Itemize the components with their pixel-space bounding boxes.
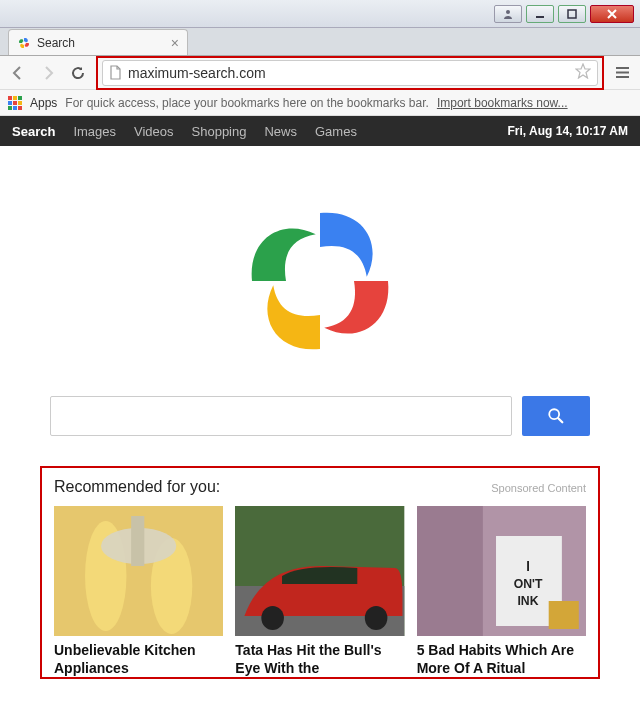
page-nav-bar: Search Images Videos Shopping News Games… [0,116,640,146]
svg-rect-5 [13,96,17,100]
svg-rect-19 [131,516,144,566]
bookmarks-hint: For quick access, place your bookmarks h… [65,96,429,110]
browser-toolbar [0,56,640,90]
svg-rect-2 [568,10,576,18]
url-input[interactable] [128,65,591,81]
svg-rect-6 [18,96,22,100]
sponsored-card[interactable]: Unbelievable Kitchen Appliances [54,506,223,677]
sponsored-label: Sponsored Content [491,482,586,494]
page-icon [109,65,122,80]
star-icon [575,63,591,79]
tab-favicon-icon [17,36,31,50]
search-button[interactable] [522,396,590,436]
svg-rect-4 [8,96,12,100]
svg-rect-8 [13,101,17,105]
svg-point-0 [506,10,510,14]
sponsored-header: Recommended for you: Sponsored Content [54,478,586,496]
page-content: Recommended for you: Sponsored Content U… [0,146,640,679]
sponsored-highlight-annotation: Recommended for you: Sponsored Content U… [40,466,600,679]
nav-games[interactable]: Games [315,124,357,139]
sponsored-card[interactable]: Tata Has Hit the Bull's Eye With the [235,506,404,677]
svg-text:ON'T: ON'T [513,577,542,591]
search-input[interactable] [50,396,512,436]
tab-close-button[interactable]: × [171,35,179,51]
close-icon [607,9,617,19]
forward-button[interactable] [36,61,60,85]
nav-clock: Fri, Aug 14, 10:17 AM [508,124,628,138]
card-image-icon: I ON'T INK [417,506,586,636]
bookmark-star-button[interactable] [575,63,591,82]
svg-rect-11 [13,106,17,110]
tab-strip: Search × [0,28,640,56]
user-icon [503,9,513,19]
window-maximize-button[interactable] [558,5,586,23]
tab-title: Search [37,36,75,50]
reload-button[interactable] [66,61,90,85]
site-logo-icon [235,196,405,366]
svg-rect-1 [536,16,544,18]
svg-rect-25 [417,506,483,636]
import-bookmarks-link[interactable]: Import bookmarks now... [437,96,568,110]
svg-text:INK: INK [517,594,538,608]
window-titlebar [0,0,640,28]
apps-label[interactable]: Apps [30,96,57,110]
card-title: Tata Has Hit the Bull's Eye With the [235,642,404,677]
minimize-icon [535,9,545,19]
card-image-icon [54,506,223,636]
nav-videos[interactable]: Videos [134,124,174,139]
svg-rect-10 [8,106,12,110]
recommended-title: Recommended for you: [54,478,220,496]
arrow-left-icon [10,65,26,81]
svg-point-13 [288,249,353,314]
sponsored-card[interactable]: I ON'T INK 5 Bad Habits Which Are More O… [417,506,586,677]
search-row [20,396,620,436]
window-minimize-button[interactable] [526,5,554,23]
arrow-right-icon [40,65,56,81]
browser-tab[interactable]: Search × [8,29,188,55]
nav-images[interactable]: Images [73,124,116,139]
bookmarks-bar: Apps For quick access, place your bookma… [0,90,640,116]
apps-button[interactable] [8,96,22,110]
search-icon [547,407,565,425]
svg-rect-30 [548,601,578,629]
svg-point-23 [365,606,388,630]
nav-shopping[interactable]: Shopping [192,124,247,139]
card-image-icon [235,506,404,636]
svg-point-3 [22,41,26,45]
svg-rect-7 [8,101,12,105]
maximize-icon [567,9,577,19]
url-highlight-annotation [96,56,604,90]
window-close-button[interactable] [590,5,634,23]
chrome-menu-button[interactable] [610,61,634,85]
svg-text:I: I [526,559,530,574]
reload-icon [70,65,86,81]
nav-search[interactable]: Search [12,124,55,139]
svg-point-22 [262,606,285,630]
window-user-button[interactable] [494,5,522,23]
back-button[interactable] [6,61,30,85]
card-title: 5 Bad Habits Which Are More Of A Ritual [417,642,586,677]
apps-grid-icon [8,96,22,110]
hamburger-icon [615,65,630,80]
omnibox[interactable] [102,60,598,86]
nav-news[interactable]: News [264,124,297,139]
sponsored-cards: Unbelievable Kitchen Appliances Tata Has… [54,506,586,677]
card-title: Unbelievable Kitchen Appliances [54,642,223,677]
svg-rect-12 [18,106,22,110]
svg-rect-9 [18,101,22,105]
